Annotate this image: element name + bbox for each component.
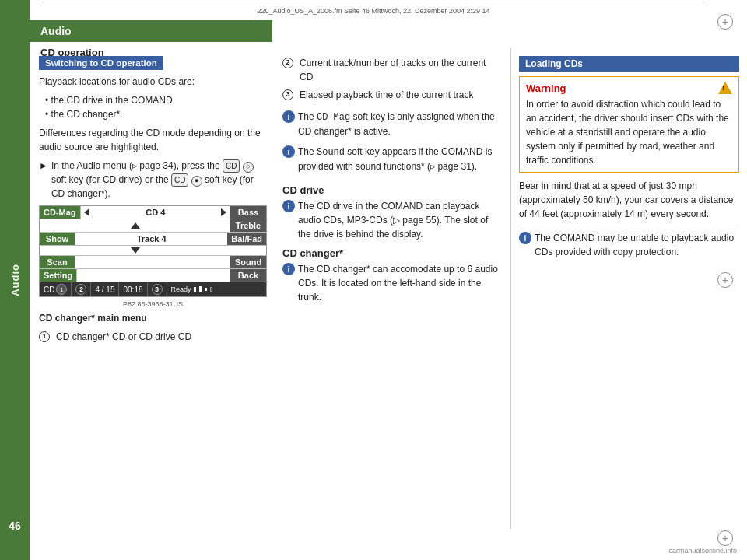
instruction-text: In the Audio menu (▹ page 34), press the… [51,159,267,201]
sound-info-block: i The Sound soft key appears if the COMA… [282,145,500,173]
cd-drive-text: The CD drive in the COMAND can playback … [298,199,500,241]
legend-item-2: 2 Current track/number of tracks on the … [282,56,500,84]
triangle-up-cell [40,219,230,232]
circle-num-cell: 2 [72,282,91,296]
cd-key-2: CD [171,173,188,187]
legend-text-1: CD changer* CD or CD drive CD [56,330,191,344]
right-column: Loading CDs Warning In order to avoid di… [516,48,739,529]
right-arrow-icon [221,208,226,216]
widget-row-2: Treble [40,219,266,233]
note-icon-5: i [519,232,531,244]
legend-item-3: 3 Elapsed playback time of the current t… [282,88,500,102]
cd-mag-info-block: i The CD-Mag soft key is only assigned w… [282,110,500,138]
legend-text-3: Elapsed playback time of the current tra… [300,88,473,102]
widget-row-3b [40,246,266,256]
tab-title: Audio [9,264,21,296]
warning-text: In order to avoid distraction which coul… [526,97,732,167]
setting-center [77,269,230,282]
instruction-item: ► In the Audio menu (▹ page 34), press t… [39,159,267,201]
warning-triangle-icon [718,82,732,94]
differences-text: Differences regarding the CD mode depend… [39,126,267,154]
sound-code: Sound [317,147,345,158]
cd-mag-note: The CD-Mag soft key is only assigned whe… [298,110,500,138]
warning-title: Warning [526,82,566,94]
time-cell: 00:18 [119,282,147,296]
cd-drive-title: CD drive [282,184,500,196]
bullet-item-1: the CD drive in the COMAND [45,93,267,107]
cd-circle-2: ● [191,176,202,187]
widget-row-5: Setting Back [40,269,266,282]
scan-center [75,256,230,268]
circle-3-cell: 3 [148,282,167,296]
note-icon-3: i [282,200,295,212]
cd-changer-menu-label: CD changer* main menu [39,311,267,325]
cd-label: CD [44,285,54,294]
cd-mag-btn[interactable]: CD-Mag [40,206,81,219]
copy-info-block: i The COMAND may be unable to playback a… [519,231,739,259]
legend-text-2: Current track/number of tracks on the cu… [300,56,500,84]
widget-row-3: Show Track 4 Bal/Fad [40,233,266,246]
cd-changer-info-block: i The CD changer* can accomodate up to 6… [282,262,500,304]
legend-num-3: 3 [282,89,293,100]
bar3 [205,288,207,291]
warning-header: Warning [526,82,732,94]
scan-btn[interactable]: Scan [40,256,75,268]
cd-mag-code: CD-Mag [317,112,350,123]
sound-note: The Sound soft key appears if the COMAND… [298,145,500,173]
mid-column: 2 Current track/number of tracks on the … [276,48,506,529]
show-btn[interactable]: Show [40,233,75,245]
cd-changer-title: CD changer* [282,247,500,259]
note-icon-2: i [282,145,295,158]
treble-btn[interactable]: Treble [230,219,266,232]
note-icon-1: i [282,110,295,123]
triangle-down-cell [40,246,230,255]
cd-changer-text: The CD changer* can accomodate up to 6 a… [298,262,500,304]
legend-num-2: 2 [282,58,293,68]
main-content: Switching to CD operation Playback locat… [39,48,739,529]
widget-row-1: CD-Mag CD 4 Bass [40,206,266,219]
header-bar: Audio [30,20,272,42]
triangle-up-icon [131,222,140,229]
bullet-list: the CD drive in the COMAND the CD change… [39,93,267,121]
setting-btn[interactable]: Setting [40,269,77,282]
bar4 [210,287,212,292]
cd-menu-widget: CD-Mag CD 4 Bass Treble Show T [39,205,267,297]
bar1 [194,287,196,292]
watermark: carmanualsonline.info [666,546,739,555]
triangle-down-icon [131,247,140,254]
back-btn[interactable]: Back [230,269,266,282]
track-info-cell: 4 / 15 [91,282,119,296]
legend-num-1: 1 [39,331,50,342]
right-arrow-btn[interactable] [218,206,230,219]
ready-cell: Ready [167,282,266,296]
sound-btn[interactable]: Sound [230,256,266,268]
header-title: Audio [40,25,72,37]
circle-3: 3 [152,284,163,295]
file-metadata: 220_Audio_US_A_2006.fm Seite 46 Mittwoch… [39,5,708,15]
ready-indicator: Ready [171,285,213,293]
track-label: Track 4 [75,233,227,245]
cd-drive-info-block: i The CD drive in the COMAND can playbac… [282,199,500,241]
left-tab: Audio [0,0,30,560]
widget-row-4: Scan Sound [40,256,266,269]
cd-circle-1: ○ [243,162,254,173]
note-icon-4: i [282,263,295,275]
balfad-btn[interactable]: Bal/Fad [227,233,266,245]
left-arrow-btn[interactable] [81,206,93,219]
ready-text: Ready [171,285,191,293]
circle-2: 2 [75,284,86,295]
intro-text: Playback locations for audio CDs are: [39,75,267,89]
col-divider [510,48,511,529]
left-column: Switching to CD operation Playback locat… [39,48,276,529]
left-arrow-icon [84,208,89,216]
cd-track-display: CD 4 [93,206,218,219]
warning-block: Warning In order to avoid distraction wh… [519,76,739,173]
bass-btn[interactable]: Bass [230,206,266,219]
arrow-icon: ► [39,159,48,173]
bar2 [199,286,202,292]
cd-label-cell: CD 1 [40,282,72,296]
widget-caption: P82.86-3968-31US [39,300,267,308]
legend-item-1: 1 CD changer* CD or CD drive CD [39,330,267,344]
bullet-item-2: the CD changer*. [45,107,267,121]
switching-title: Switching to CD operation [39,56,163,70]
